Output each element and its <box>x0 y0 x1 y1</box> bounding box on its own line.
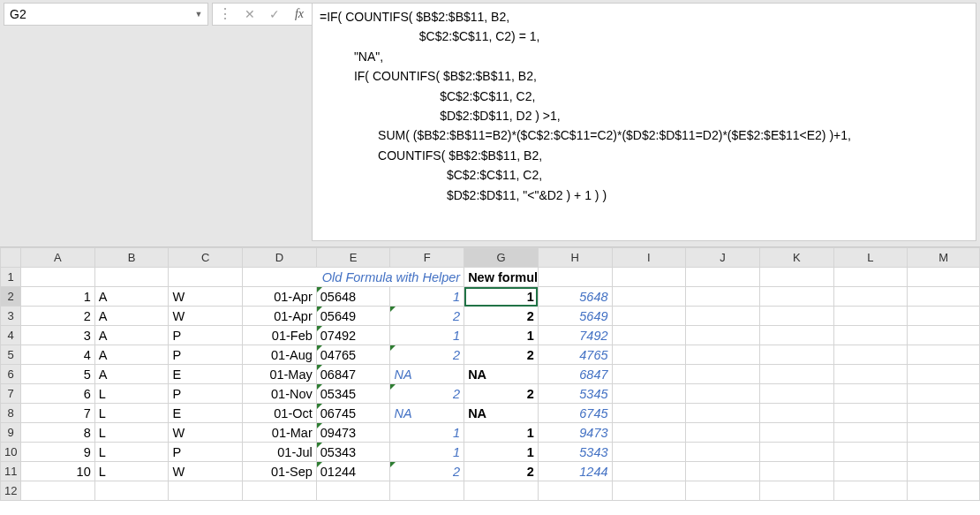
cell[interactable]: A <box>94 307 169 326</box>
cell[interactable] <box>833 423 908 443</box>
fx-icon[interactable]: fx <box>287 4 312 25</box>
col-header-J[interactable]: J <box>686 248 760 268</box>
cell[interactable]: 1 <box>21 287 95 307</box>
cell[interactable] <box>833 365 908 384</box>
cell[interactable]: 9 <box>21 443 95 462</box>
cell[interactable] <box>908 287 980 307</box>
cell[interactable] <box>908 365 980 384</box>
cell[interactable]: A <box>94 287 169 307</box>
cell[interactable] <box>316 481 390 501</box>
cell[interactable]: P <box>169 326 243 345</box>
cell[interactable] <box>686 287 760 307</box>
cell[interactable]: 1 <box>390 326 464 345</box>
cell[interactable] <box>169 481 243 501</box>
cell[interactable]: 05648 <box>316 287 390 307</box>
cell[interactable]: W <box>169 462 243 481</box>
cell[interactable]: L <box>94 443 169 462</box>
cell[interactable] <box>833 384 908 404</box>
cell[interactable]: 2 <box>390 345 464 365</box>
cell[interactable] <box>833 307 908 326</box>
cell[interactable]: 1 <box>390 423 464 443</box>
cell[interactable]: 3 <box>21 326 95 345</box>
cell[interactable] <box>612 443 686 462</box>
cell[interactable] <box>243 481 317 501</box>
name-box-wrap[interactable]: ▼ <box>4 3 208 26</box>
cell[interactable] <box>94 481 169 501</box>
cell[interactable] <box>686 481 760 501</box>
cell[interactable]: 1 <box>390 287 464 307</box>
cell[interactable]: A <box>94 326 169 345</box>
cell-G2[interactable]: 1 <box>464 287 539 307</box>
cell[interactable] <box>759 443 833 462</box>
col-header-C[interactable]: C <box>169 248 243 268</box>
cell[interactable]: 01-Apr <box>243 307 317 326</box>
cell[interactable] <box>612 307 686 326</box>
cell[interactable]: 10 <box>21 462 95 481</box>
cell[interactable]: 01-Apr <box>243 287 317 307</box>
cell[interactable]: 01244 <box>316 462 390 481</box>
spreadsheet-grid[interactable]: A B C D E F G H I J K L M 1 Old Formula … <box>0 247 980 501</box>
cell[interactable] <box>759 384 833 404</box>
cell[interactable]: 2 <box>464 462 539 481</box>
col-header-M[interactable]: M <box>908 248 980 268</box>
cell[interactable]: 01-Nov <box>243 384 317 404</box>
cell[interactable]: 2 <box>390 307 464 326</box>
cell[interactable] <box>612 462 686 481</box>
cell[interactable]: L <box>94 423 169 443</box>
col-header-B[interactable]: B <box>94 248 169 268</box>
cell[interactable]: NA <box>464 404 539 423</box>
cell[interactable] <box>538 268 612 287</box>
cell[interactable] <box>21 268 95 287</box>
cell[interactable] <box>612 384 686 404</box>
row-header[interactable]: 5 <box>1 345 21 365</box>
cell[interactable]: 2 <box>464 384 539 404</box>
col-header-D[interactable]: D <box>243 248 317 268</box>
col-header-L[interactable]: L <box>833 248 908 268</box>
cell[interactable]: 2 <box>464 307 539 326</box>
cell[interactable] <box>686 443 760 462</box>
cell[interactable] <box>612 423 686 443</box>
cell[interactable]: 09473 <box>316 423 390 443</box>
row-header[interactable]: 11 <box>1 462 21 481</box>
row-header[interactable]: 7 <box>1 384 21 404</box>
cancel-formula-icon[interactable]: ✕ <box>237 4 262 25</box>
cell[interactable] <box>833 268 908 287</box>
col-header-E[interactable]: E <box>316 248 390 268</box>
cell[interactable] <box>908 481 980 501</box>
cell[interactable]: W <box>169 307 243 326</box>
cell[interactable] <box>833 326 908 345</box>
cell[interactable]: L <box>94 404 169 423</box>
cell[interactable]: 9473 <box>538 423 612 443</box>
cell[interactable] <box>686 268 760 287</box>
cell[interactable]: 2 <box>390 384 464 404</box>
cell[interactable]: 01-Aug <box>243 345 317 365</box>
cell[interactable]: 1 <box>464 326 539 345</box>
cell[interactable]: A <box>94 365 169 384</box>
cell[interactable]: W <box>169 423 243 443</box>
cell[interactable]: 07492 <box>316 326 390 345</box>
enter-formula-icon[interactable]: ✓ <box>262 4 287 25</box>
cell[interactable]: 01-Oct <box>243 404 317 423</box>
cell[interactable] <box>612 481 686 501</box>
cell[interactable] <box>612 287 686 307</box>
cell[interactable] <box>908 345 980 365</box>
row-header[interactable]: 4 <box>1 326 21 345</box>
cell[interactable] <box>759 423 833 443</box>
row-header[interactable]: 3 <box>1 307 21 326</box>
cell[interactable] <box>759 268 833 287</box>
cell[interactable]: W <box>169 287 243 307</box>
cell[interactable]: L <box>94 384 169 404</box>
cell[interactable] <box>94 268 169 287</box>
cell[interactable] <box>686 307 760 326</box>
col-header-H[interactable]: H <box>538 248 612 268</box>
cell[interactable]: 1244 <box>538 462 612 481</box>
cell[interactable] <box>759 365 833 384</box>
cell[interactable]: E <box>169 404 243 423</box>
cell[interactable] <box>686 404 760 423</box>
cell[interactable]: P <box>169 443 243 462</box>
col-header-K[interactable]: K <box>759 248 833 268</box>
cell[interactable]: 4765 <box>538 345 612 365</box>
cell[interactable]: 5345 <box>538 384 612 404</box>
cell[interactable] <box>908 462 980 481</box>
col-header-I[interactable]: I <box>612 248 686 268</box>
